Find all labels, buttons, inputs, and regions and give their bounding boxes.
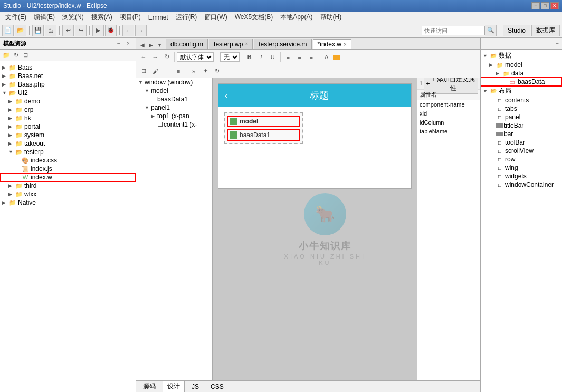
- rt-row[interactable]: ▶ □ row: [481, 155, 562, 164]
- left-panel-close-icon[interactable]: ×: [124, 40, 132, 48]
- menu-file[interactable]: 文件(E): [2, 12, 30, 23]
- tree-item-system[interactable]: ▶ 📁 system: [0, 131, 136, 139]
- design-toggle-model[interactable]: ▼: [145, 88, 151, 93]
- rt-wing[interactable]: ▶ □ wing: [481, 164, 562, 172]
- rt-titlebar[interactable]: ▶ titleBar: [481, 121, 562, 130]
- rt-model-toggle[interactable]: ▶: [489, 62, 496, 68]
- design-tree-top1[interactable]: ▶ top1 (x-pan: [136, 112, 212, 120]
- toggle-ui2[interactable]: ▼: [2, 90, 8, 95]
- right-panel-minimize[interactable]: −: [556, 41, 559, 46]
- search-icon[interactable]: 🔍: [485, 25, 497, 36]
- menu-search[interactable]: 搜索(A): [88, 12, 116, 23]
- menu-help[interactable]: 帮助(H): [317, 12, 345, 23]
- star-btn[interactable]: ✦: [200, 66, 211, 77]
- tab-design[interactable]: 设计: [163, 380, 185, 392]
- toggle-native[interactable]: ▶: [2, 200, 8, 205]
- color-btn[interactable]: A: [321, 52, 332, 62]
- toggle-takeout[interactable]: ▶: [8, 141, 15, 146]
- rt-model[interactable]: ▶ 📁 model: [481, 61, 562, 69]
- rt-baasdata[interactable]: ▶ 🗃 baasData: [481, 78, 562, 86]
- tree-item-baasnet[interactable]: ▶ 📁 Baas.net: [0, 72, 136, 80]
- tab-testerp-wp-close[interactable]: ×: [245, 41, 248, 47]
- tab-indexw[interactable]: *index.w ×: [313, 39, 351, 50]
- more-btn1[interactable]: ≡: [173, 66, 184, 77]
- design-toggle-top1[interactable]: ▶: [151, 113, 157, 119]
- tree-item-erp[interactable]: ▶ 📁 erp: [0, 106, 136, 114]
- tree-item-wlxx[interactable]: ▶ 📁 wlxx: [0, 190, 136, 198]
- design-toggle-panel1[interactable]: ▼: [145, 105, 151, 110]
- open-button[interactable]: 📂: [15, 25, 26, 36]
- search-input[interactable]: [422, 26, 485, 35]
- prop-row-compname[interactable]: component-name: [417, 100, 480, 109]
- fwd-btn[interactable]: →: [150, 52, 160, 62]
- highlight-btn[interactable]: 🖌: [150, 66, 160, 77]
- tab-testerp-wp[interactable]: testerp.wp ×: [209, 39, 253, 49]
- rt-contents[interactable]: ▶ □ contents: [481, 96, 562, 104]
- rt-layout-section[interactable]: ▼ 📂 布局: [481, 86, 562, 96]
- design-toggle-window[interactable]: ▼: [138, 80, 145, 85]
- debug-button[interactable]: 🐞: [105, 25, 117, 36]
- tab-css[interactable]: CSS: [206, 381, 228, 392]
- tab-js[interactable]: JS: [187, 381, 204, 392]
- design-tree-content1[interactable]: ▶ ☐ content1 (x-: [136, 120, 212, 129]
- minimize-button[interactable]: −: [531, 2, 540, 9]
- toggle-baasphp[interactable]: ▶: [2, 82, 8, 87]
- align-left-btn[interactable]: ≡: [283, 52, 293, 62]
- redo-button[interactable]: ↪: [75, 25, 87, 36]
- toggle-testerp[interactable]: ▼: [8, 149, 15, 155]
- rt-layout-toggle[interactable]: ▼: [483, 89, 489, 94]
- align-right-btn[interactable]: ≡: [306, 52, 317, 62]
- rt-data-sub[interactable]: ▶ 📁 data: [481, 69, 562, 78]
- tree-item-indexw[interactable]: ▶ W index.w: [0, 173, 136, 181]
- toggle-erp[interactable]: ▶: [8, 107, 15, 112]
- tab-db-config[interactable]: db.config.m: [166, 39, 208, 49]
- new-button[interactable]: 📄: [2, 25, 14, 36]
- prop-row-xid[interactable]: xid: [417, 109, 480, 118]
- tree-item-indexjs[interactable]: ▶ 📜 index.js: [0, 165, 136, 173]
- refresh-btn[interactable]: ↻: [161, 52, 172, 62]
- tree-item-third[interactable]: ▶ 📁 third: [0, 181, 136, 190]
- italic-btn[interactable]: I: [256, 52, 266, 62]
- tree-item-indexcss[interactable]: ▶ 🎨 index.css: [0, 156, 136, 165]
- tree-item-ui2[interactable]: ▼ 📂 UI2: [0, 89, 136, 97]
- rt-toolbar[interactable]: ▶ □ toolBar: [481, 138, 562, 147]
- toggle-hk[interactable]: ▶: [8, 116, 15, 121]
- rt-windowcontainer[interactable]: ▶ □ windowContainer: [481, 180, 562, 189]
- design-tree-model[interactable]: ▼ model: [136, 87, 212, 95]
- studio-button[interactable]: Studio: [503, 25, 530, 36]
- tab-source[interactable]: 源码: [138, 380, 160, 392]
- toggle-third[interactable]: ▶: [8, 183, 15, 188]
- tab-nav-list[interactable]: ▾: [155, 41, 164, 49]
- rt-panel[interactable]: ▶ □ panel: [481, 113, 562, 121]
- back-btn[interactable]: ←: [138, 52, 149, 62]
- new-folder-btn[interactable]: 📁: [2, 51, 11, 60]
- size-select[interactable]: 无: [220, 52, 240, 62]
- tree-item-native[interactable]: ▶ 📁 Native: [0, 198, 136, 207]
- design-tree-window[interactable]: ▼ window (window): [136, 78, 212, 87]
- tab-indexw-close[interactable]: ×: [344, 42, 347, 47]
- menu-emmet[interactable]: Emmet: [145, 13, 172, 22]
- close-button[interactable]: ✕: [550, 2, 559, 9]
- rt-data-toggle[interactable]: ▼: [483, 53, 489, 59]
- tree-item-testerp[interactable]: ▼ 📂 testerp: [0, 148, 136, 156]
- menu-run[interactable]: 运行(R): [173, 12, 201, 23]
- tree-item-demo[interactable]: ▶ 📁 demo: [0, 97, 136, 106]
- toggle-demo[interactable]: ▶: [8, 99, 15, 104]
- left-panel-minimize-icon[interactable]: −: [115, 40, 123, 48]
- forward-button[interactable]: →: [135, 25, 147, 36]
- menu-window[interactable]: 窗口(W): [201, 12, 230, 23]
- menu-wex5[interactable]: WeX5文档(B): [232, 12, 276, 23]
- tree-item-takeout[interactable]: ▶ 📁 takeout: [0, 139, 136, 148]
- dash-btn[interactable]: —: [161, 66, 172, 77]
- bg-color-btn[interactable]: [333, 55, 340, 60]
- save-all-button[interactable]: 🗂: [45, 25, 56, 36]
- toggle-baasnet[interactable]: ▶: [2, 73, 8, 79]
- tree-item-hk[interactable]: ▶ 📁 hk: [0, 114, 136, 122]
- undo-button[interactable]: ↩: [62, 25, 74, 36]
- grid-btn[interactable]: ⊞: [138, 66, 149, 77]
- tree-item-baasphp[interactable]: ▶ 📁 Baas.php: [0, 80, 136, 89]
- database-button[interactable]: 数据库: [531, 25, 560, 36]
- prop-row-idcol[interactable]: idColumn: [417, 118, 480, 127]
- bold-btn[interactable]: B: [244, 52, 255, 62]
- tree-item-portal[interactable]: ▶ 📁 portal: [0, 122, 136, 131]
